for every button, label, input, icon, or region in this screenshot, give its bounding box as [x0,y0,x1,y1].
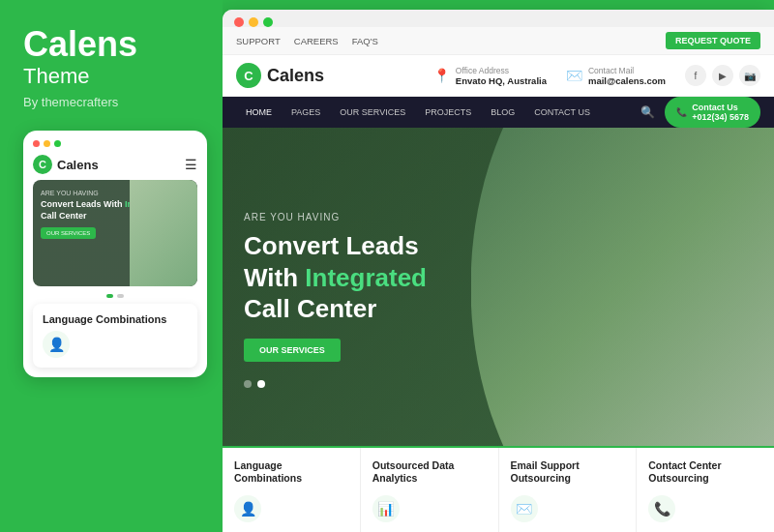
service-card-title-1: Outsourced Data Analytics [372,459,487,486]
site-logo-icon: C [236,63,261,88]
service-card-icon-0: 👤 [234,495,261,522]
nav-links: HOME PAGES OUR SERVICES PROJECTS BLOG CO… [236,98,600,127]
topbar-link-careers[interactable]: CAREERS [294,36,339,46]
service-card-language: Language Combinations 👤 [223,448,361,532]
office-label: Office Address [456,66,547,75]
service-card-icon-2: ✉️ [511,495,538,522]
topbar-link-faqs[interactable]: FAQ'S [352,36,378,46]
mockup-card-title: Language Combinations [43,313,188,325]
hero-dots-nav [244,380,265,388]
nav-contact-button[interactable]: 📞 Contact Us +012(34) 5678 [665,97,760,128]
youtube-icon[interactable]: ▶ [712,65,733,86]
topbar-links: SUPPORT CAREERS FAQ'S [236,36,378,46]
site-logo-text: Calens [267,66,324,86]
hero-dot-1 [244,380,252,388]
request-quote-button[interactable]: REQUEST QUOTE [666,32,760,49]
facebook-icon[interactable]: f [685,65,706,86]
mockup-dot-yellow [44,140,50,147]
mockup-dot-green [54,140,61,147]
hero-title-line3: Call Center [244,294,376,323]
mobile-mockup: C Calens ☰ ARE YOU HAVING Convert Leads … [23,131,207,377]
nav-right: 🔍 📞 Contact Us +012(34) 5678 [640,97,760,128]
office-address-item: 📍 Office Address Envato HQ, Australia [433,66,547,86]
topbar-link-support[interactable]: SUPPORT [236,36,281,46]
brand-subtitle: Theme [23,64,199,89]
service-card-title-3: Contact Center Outsourcing [648,459,762,486]
site-header-info: 📍 Office Address Envato HQ, Australia ✉️… [433,65,760,86]
site-header: C Calens 📍 Office Address Envato HQ, Aus… [223,55,774,97]
hamburger-icon[interactable]: ☰ [185,157,197,172]
mockup-logo-text: Calens [57,158,99,172]
hero-section: ARE YOU HAVING Convert Leads With Integr… [223,128,774,446]
service-cards: Language Combinations 👤 Outsourced Data … [223,446,774,532]
hero-title: Convert Leads With Integrated Call Cente… [244,230,534,325]
mockup-nav-dot-2 [117,294,124,298]
office-info: Office Address Envato HQ, Australia [456,66,547,86]
browser-window-controls [234,17,273,27]
mockup-hero-title-text: Convert Leads With [41,199,125,209]
service-card-email: Email Support Outsourcing ✉️ [499,448,638,532]
phone-icon: 📞 [676,107,687,117]
site-nav: HOME PAGES OUR SERVICES PROJECTS BLOG CO… [223,97,774,128]
search-icon[interactable]: 🔍 [640,105,655,119]
service-card-analytics: Outsourced Data Analytics 📊 [361,448,499,532]
location-icon: 📍 [433,68,450,83]
nav-link-blog[interactable]: BLOG [481,98,524,127]
site-logo: C Calens [236,63,324,88]
browser-dot-yellow [249,17,258,27]
mockup-hero-title2: Call Center [41,211,87,221]
nav-link-projects[interactable]: PROJECTS [415,98,481,127]
nav-link-pages[interactable]: PAGES [282,98,330,127]
browser-chrome [223,10,774,27]
left-panel: Calens Theme By themecrafters C Calens ☰… [0,0,223,532]
hero-title-green: Integrated [305,263,427,292]
contact-label: Contact Mail [588,66,666,75]
mockup-hero-btn[interactable]: OUR SERVICES [41,227,96,239]
nav-link-contact[interactable]: CONTACT US [524,98,600,127]
brand-by: By themecrafters [23,95,199,109]
contact-btn-label: Contact Us [692,103,738,112]
social-icons: f ▶ 📷 [685,65,760,86]
nav-link-services[interactable]: OUR SERVICES [330,98,415,127]
mockup-dot-red [33,140,40,147]
mockup-hero-bg [130,180,197,286]
right-panel: SUPPORT CAREERS FAQ'S REQUEST QUOTE C Ca… [223,10,774,532]
mockup-logo: C Calens [33,155,99,174]
mockup-nav-dot-1 [106,294,113,298]
hero-title-line1: Convert Leads [244,231,419,260]
browser-dot-green [263,17,273,27]
hero-dot-2 [257,380,265,388]
mockup-dots-nav [33,294,197,298]
service-card-title-2: Email Support Outsourcing [511,459,625,486]
service-card-icon-3: 📞 [648,495,675,522]
service-card-icon-1: 📊 [372,495,400,522]
contact-mail-item: ✉️ Contact Mail mail@calens.com [566,66,666,86]
hero-title-line2: With [244,263,305,292]
mockup-service-card: Language Combinations 👤 [33,304,197,368]
brand-title: Calens [23,27,199,62]
mockup-hero: ARE YOU HAVING Convert Leads With Integr… [33,180,197,286]
service-card-title-0: Language Combinations [234,459,348,486]
nav-contact-text: Contact Us +012(34) 5678 [692,103,749,122]
nav-link-home[interactable]: HOME [236,98,282,127]
office-value: Envato HQ, Australia [456,75,547,86]
mail-icon: ✉️ [566,68,582,83]
contact-btn-phone: +012(34) 5678 [692,112,749,122]
mockup-card-icon: 👤 [43,331,70,358]
browser-dot-red [234,17,244,27]
contact-value: mail@calens.com [588,75,666,86]
site-topbar: SUPPORT CAREERS FAQ'S REQUEST QUOTE [223,27,774,55]
mockup-window-controls [33,140,197,147]
mockup-header: C Calens ☰ [33,155,197,174]
service-card-contact-center: Contact Center Outsourcing 📞 [637,448,774,532]
hero-cta-button[interactable]: OUR SERVICES [244,339,341,362]
instagram-icon[interactable]: 📷 [739,65,760,86]
contact-info: Contact Mail mail@calens.com [588,66,666,86]
mockup-logo-icon: C [33,155,52,174]
